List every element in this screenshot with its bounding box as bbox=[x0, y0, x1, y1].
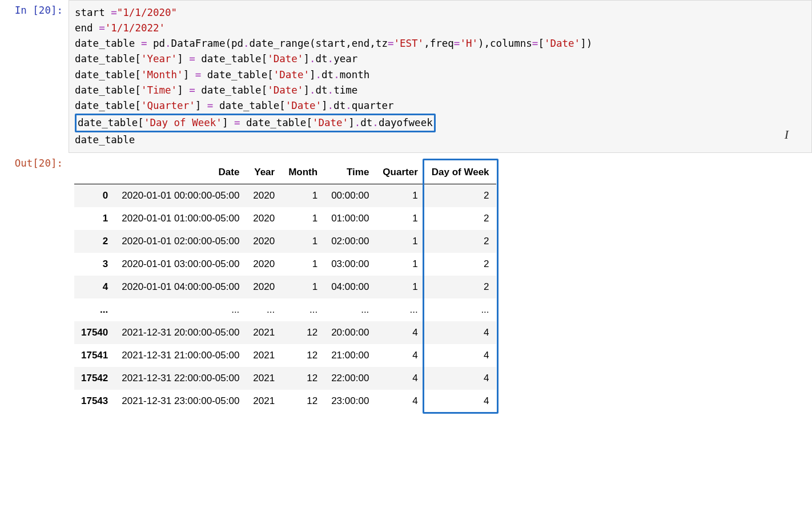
cell: 1 bbox=[282, 253, 324, 276]
dataframe-table: Date Year Month Time Quarter Day of Week… bbox=[74, 161, 496, 413]
code-text: ] bbox=[309, 69, 316, 80]
cell: ... bbox=[246, 298, 282, 321]
op: = bbox=[189, 84, 195, 96]
table-row: 22020-01-01 02:00:00-05:002020102:00:001… bbox=[74, 230, 496, 253]
op: . bbox=[309, 53, 316, 64]
string-literal: 'Month' bbox=[141, 69, 183, 80]
cell: ... bbox=[282, 298, 324, 321]
op: = bbox=[141, 38, 147, 49]
cell: 2 bbox=[425, 230, 496, 253]
code-text: ] bbox=[348, 117, 355, 128]
table-header-row: Date Year Month Time Quarter Day of Week bbox=[74, 161, 496, 184]
cell: 4 bbox=[425, 321, 496, 344]
code-text: dt bbox=[321, 69, 333, 80]
cell: 4 bbox=[376, 390, 424, 413]
code-input[interactable]: start ="1/1/2020" end ='1/1/2022' date_t… bbox=[69, 0, 812, 153]
code-text: date_table[ bbox=[195, 53, 267, 64]
code-text: year bbox=[333, 53, 357, 64]
code-text: ] bbox=[303, 84, 309, 96]
code-text: ] bbox=[195, 100, 207, 111]
cell: 4 bbox=[425, 390, 496, 413]
table-row: 175412021-12-31 21:00:00-05:0020211221:0… bbox=[74, 344, 496, 367]
code-text: dt bbox=[360, 117, 372, 128]
code-text: ] bbox=[222, 117, 234, 128]
op: . bbox=[328, 100, 334, 111]
string-literal: 'Date' bbox=[274, 69, 309, 80]
string-literal: 'Date' bbox=[312, 117, 348, 128]
code-text: date_table[ bbox=[75, 100, 141, 111]
cell: 00:00:00 bbox=[324, 184, 376, 208]
row-index: 17543 bbox=[74, 390, 115, 413]
code-text: end bbox=[75, 22, 99, 34]
row-index: 0 bbox=[74, 184, 115, 208]
code-text: ] bbox=[321, 100, 328, 111]
cell: 1 bbox=[282, 230, 324, 253]
code-line: start ="1/1/2020" bbox=[75, 5, 806, 21]
table-row: 42020-01-01 04:00:00-05:002020104:00:001… bbox=[74, 276, 496, 298]
code-text: date_table[ bbox=[201, 69, 273, 80]
op: . bbox=[309, 84, 316, 96]
row-index: 17541 bbox=[74, 344, 115, 367]
string-literal: 'Date' bbox=[267, 53, 303, 64]
cell: 1 bbox=[376, 253, 424, 276]
cell: 04:00:00 bbox=[324, 276, 376, 298]
cell: 02:00:00 bbox=[324, 230, 376, 253]
table-row: 175402021-12-31 20:00:00-05:0020211220:0… bbox=[74, 321, 496, 344]
row-index: 1 bbox=[74, 207, 115, 230]
cell: 2021 bbox=[246, 344, 282, 367]
string-literal: 'H' bbox=[460, 38, 478, 49]
row-index: 17540 bbox=[74, 321, 115, 344]
cell: 2020-01-01 04:00:00-05:00 bbox=[115, 276, 246, 298]
string-literal: '1/1/2022' bbox=[105, 22, 165, 34]
cell: 2 bbox=[425, 276, 496, 298]
code-text: [ bbox=[538, 38, 544, 49]
input-cell: In [20]: start ="1/1/2020" end ='1/1/202… bbox=[0, 0, 812, 153]
code-text: date_table[ bbox=[195, 84, 267, 96]
cell: 12 bbox=[282, 390, 324, 413]
code-text: ,freq bbox=[424, 38, 454, 49]
cell: 2020 bbox=[246, 276, 282, 298]
cell: 2020-01-01 00:00:00-05:00 bbox=[115, 184, 246, 208]
op: = bbox=[388, 38, 394, 49]
row-index: 17542 bbox=[74, 367, 115, 390]
op: = bbox=[532, 38, 538, 49]
op: . bbox=[243, 38, 250, 49]
row-index: 2 bbox=[74, 230, 115, 253]
output-area: Date Year Month Time Quarter Day of Week… bbox=[69, 153, 812, 415]
op: = bbox=[234, 117, 240, 128]
cell: 4 bbox=[376, 321, 424, 344]
string-literal: 'Date' bbox=[286, 100, 321, 111]
code-text: ] bbox=[177, 53, 189, 64]
code-line: date_table['Year'] = date_table['Date'].… bbox=[75, 51, 806, 67]
code-text: ]) bbox=[580, 38, 592, 49]
code-text: month bbox=[340, 69, 370, 80]
cell: ... bbox=[115, 298, 246, 321]
cell: 2020-01-01 03:00:00-05:00 bbox=[115, 253, 246, 276]
cell: 2021 bbox=[246, 321, 282, 344]
code-text: date_table[ bbox=[75, 69, 141, 80]
code-line: date_table['Month'] = date_table['Date']… bbox=[75, 67, 806, 83]
cell: 2 bbox=[425, 253, 496, 276]
code-text: date_table bbox=[75, 134, 135, 146]
op: = bbox=[99, 22, 105, 34]
table-header-index bbox=[74, 161, 115, 184]
output-cell: Out[20]: Date Year Month Time Quarter Da… bbox=[0, 153, 812, 415]
cell: 2021-12-31 22:00:00-05:00 bbox=[115, 367, 246, 390]
op: = bbox=[111, 7, 117, 18]
cell: 2021 bbox=[246, 367, 282, 390]
cell: 2020 bbox=[246, 230, 282, 253]
code-text: DataFrame(pd bbox=[171, 38, 243, 49]
table-row: 175422021-12-31 22:00:00-05:0020211222:0… bbox=[74, 367, 496, 390]
cell: 2020 bbox=[246, 207, 282, 230]
cell: 4 bbox=[425, 367, 496, 390]
cell: 2021-12-31 23:00:00-05:00 bbox=[115, 390, 246, 413]
row-index: 4 bbox=[74, 276, 115, 298]
table-header-day-of-week: Day of Week bbox=[425, 161, 496, 184]
cell: 2020-01-01 01:00:00-05:00 bbox=[115, 207, 246, 230]
cell: 2021-12-31 20:00:00-05:00 bbox=[115, 321, 246, 344]
cell: 2020 bbox=[246, 253, 282, 276]
cell: 2020 bbox=[246, 184, 282, 208]
cell: 01:00:00 bbox=[324, 207, 376, 230]
cell: 1 bbox=[282, 276, 324, 298]
op: = bbox=[454, 38, 460, 49]
